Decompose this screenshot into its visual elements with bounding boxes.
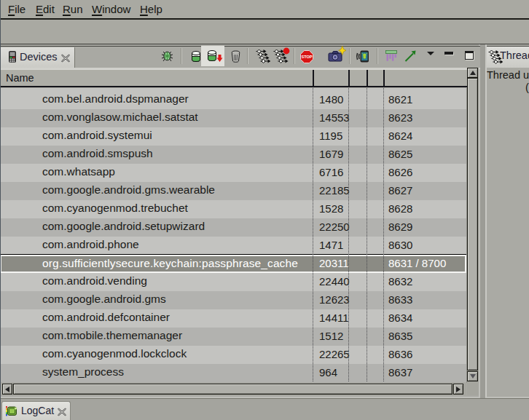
svg-text:STOP: STOP xyxy=(301,55,312,59)
